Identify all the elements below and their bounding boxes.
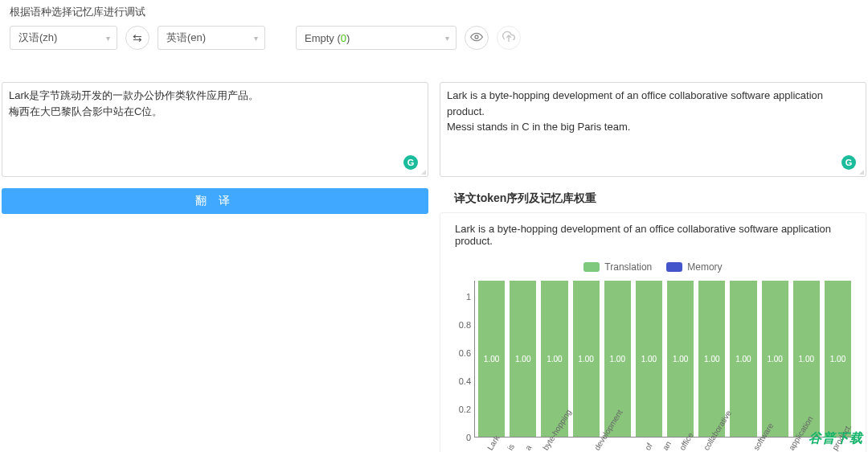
bar-value-label: 1.00	[484, 355, 499, 364]
translate-button[interactable]: 翻 译	[2, 188, 428, 214]
grammarly-badge-icon[interactable]: G	[841, 155, 856, 170]
chevron-down-icon: ▾	[445, 34, 449, 43]
y-tick: 0.4	[459, 376, 471, 386]
target-textarea[interactable]	[440, 83, 866, 176]
bar-value-label: 1.00	[735, 355, 751, 364]
chevron-down-icon: ▾	[254, 34, 258, 43]
eye-icon	[470, 31, 483, 46]
bar-value-label: 1.00	[547, 355, 562, 364]
chart-bar[interactable]: 1.00	[667, 281, 694, 437]
resize-handle[interactable]	[856, 166, 864, 175]
chart-bar[interactable]: 1.00	[510, 281, 536, 437]
resize-handle[interactable]	[418, 166, 426, 175]
y-tick: 0.8	[459, 320, 471, 330]
preview-button[interactable]	[465, 26, 489, 50]
bar-value-label: 1.00	[799, 355, 814, 364]
target-textarea-wrap: G	[440, 82, 866, 177]
chart-legend: Translation Memory	[452, 261, 854, 273]
chart-bar[interactable]: 1.00	[698, 281, 725, 437]
source-language-select[interactable]: 汉语(zh) ▾	[10, 26, 117, 50]
legend-swatch-memory	[666, 262, 682, 272]
chart-bar[interactable]: 1.00	[762, 281, 788, 437]
y-tick: 1	[466, 292, 471, 302]
watermark-text: 谷普下载	[809, 430, 863, 447]
y-tick: 0.2	[459, 405, 471, 414]
legend-memory[interactable]: Memory	[666, 261, 722, 273]
bar-value-label: 1.00	[704, 355, 719, 364]
memory-selector-label: 根据语种选择记忆库进行调试	[0, 2, 868, 26]
x-axis-labels: Larkisabyte-hoppingdevelopmentofanoffice…	[452, 438, 854, 452]
bar-value-label: 1.00	[767, 355, 782, 364]
memory-library-value: Empty (0)	[305, 32, 350, 44]
y-tick: 0	[466, 433, 471, 442]
chart-bar[interactable]: 1.00	[793, 281, 820, 437]
legend-swatch-translation	[583, 262, 600, 272]
grammarly-badge-icon[interactable]: G	[403, 155, 418, 170]
chart-bar[interactable]: 1.00	[730, 281, 756, 437]
chart-panel: Lark is a byte-hopping development of an…	[440, 212, 866, 452]
source-language-value: 汉语(zh)	[18, 31, 57, 45]
chart-area: 00.20.40.60.81 1.001.001.001.001.001.001…	[452, 281, 854, 438]
source-textarea[interactable]	[2, 83, 428, 176]
source-column: G 翻 译	[0, 82, 428, 452]
main-content-row: G 翻 译 G 译文token序列及记忆库权重 Lark is a byte-h…	[0, 82, 868, 452]
target-language-select[interactable]: 英语(en) ▾	[158, 26, 265, 50]
chevron-down-icon: ▾	[106, 34, 110, 43]
chart-sentence: Lark is a byte-hopping development of an…	[452, 223, 854, 247]
svg-point-0	[475, 35, 478, 39]
target-language-value: 英语(en)	[166, 31, 206, 45]
bar-value-label: 1.00	[641, 355, 657, 364]
chart-bar[interactable]: 1.00	[573, 281, 600, 437]
swap-languages-button[interactable]: ⇆	[125, 26, 149, 50]
chart-bar[interactable]: 1.00	[636, 281, 662, 437]
chart-bars: 1.001.001.001.001.001.001.001.001.001.00…	[475, 281, 854, 437]
source-textarea-wrap: G	[2, 82, 428, 177]
cloud-upload-icon	[502, 31, 515, 46]
y-axis: 00.20.40.60.81	[452, 281, 474, 438]
swap-icon: ⇆	[133, 31, 142, 44]
bar-value-label: 1.00	[578, 355, 593, 364]
upload-button[interactable]	[497, 26, 521, 50]
bar-value-label: 1.00	[515, 355, 530, 364]
language-controls-row: 汉语(zh) ▾ ⇆ 英语(en) ▾ Empty (0) ▾	[0, 26, 868, 58]
memory-library-select[interactable]: Empty (0) ▾	[296, 26, 457, 50]
chart-bar[interactable]: 1.00	[478, 281, 505, 437]
chart-plot: 1.001.001.001.001.001.001.001.001.001.00…	[474, 281, 854, 438]
y-tick: 0.6	[459, 348, 471, 358]
bar-value-label: 1.00	[830, 355, 845, 364]
bar-value-label: 1.00	[673, 355, 688, 364]
legend-translation[interactable]: Translation	[583, 261, 652, 273]
chart-bar[interactable]: 1.00	[825, 281, 851, 437]
target-column: G 译文token序列及记忆库权重 Lark is a byte-hopping…	[440, 82, 868, 452]
token-weights-heading: 译文token序列及记忆库权重	[440, 188, 866, 212]
bar-value-label: 1.00	[610, 355, 625, 364]
